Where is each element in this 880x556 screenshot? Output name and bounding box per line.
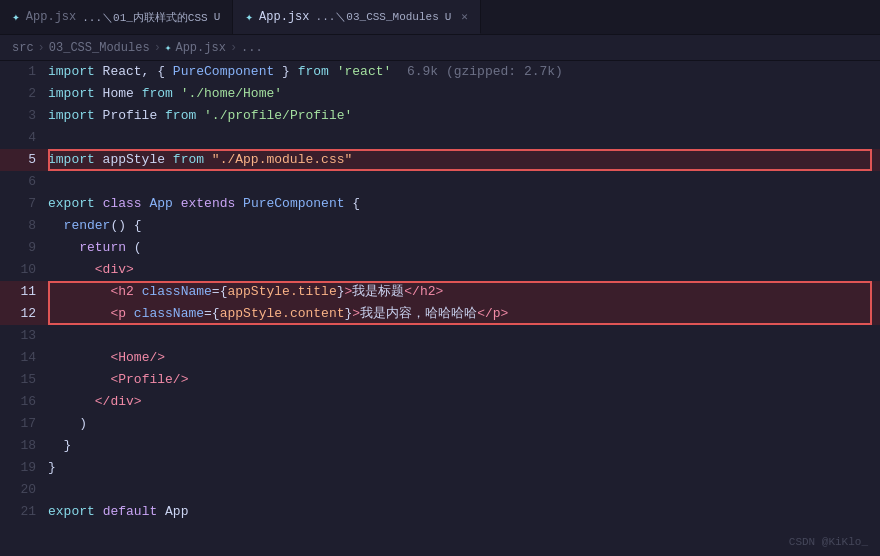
code-lines: 1 import React, { PureComponent } from '… — [0, 61, 880, 523]
line-num-17: 17 — [0, 413, 48, 435]
breadcrumb-sep-2: › — [154, 41, 161, 55]
tab-path-2: ...＼03_CSS_Modules — [316, 9, 439, 24]
tab-label-2: App.jsx — [259, 10, 309, 24]
tab-modified-2: U — [445, 11, 452, 23]
line-num-5: 5 — [0, 149, 48, 171]
line-num-11: 11 — [0, 281, 48, 303]
line-16: 16 </div> — [0, 391, 880, 413]
line-content-21: export default App — [48, 501, 188, 523]
line-num-21: 21 — [0, 501, 48, 523]
line-num-19: 19 — [0, 457, 48, 479]
line-content-5: import appStyle from "./App.module.css" — [48, 149, 352, 171]
watermark: CSDN @KiKlo_ — [789, 536, 868, 548]
line-8: 8 render() { — [0, 215, 880, 237]
line-7: 7 export class App extends PureComponent… — [0, 193, 880, 215]
line-content-10: <div> — [48, 259, 134, 281]
tab-app-jsx-modules[interactable]: ✦ App.jsx ...＼03_CSS_Modules U ✕ — [233, 0, 481, 34]
tab-label-1: App.jsx — [26, 10, 76, 24]
tab-bar: ✦ App.jsx ...＼01_内联样式的CSS U ✦ App.jsx ..… — [0, 0, 880, 35]
line-content-8: render() { — [48, 215, 142, 237]
line-content-2: import Home from './home/Home' — [48, 83, 282, 105]
line-5: 5 import appStyle from "./App.module.css… — [0, 149, 880, 171]
line-content-4 — [48, 127, 56, 149]
editor-wrapper: 1 import React, { PureComponent } from '… — [0, 61, 880, 556]
line-content-9: return ( — [48, 237, 142, 259]
react-icon-1: ✦ — [12, 9, 20, 25]
breadcrumb-part-ellipsis: ... — [241, 41, 263, 55]
line-num-20: 20 — [0, 479, 48, 501]
line-content-19: } — [48, 457, 56, 479]
line-num-4: 4 — [0, 127, 48, 149]
line-content-3: import Profile from './profile/Profile' — [48, 105, 352, 127]
breadcrumb-part-src: src — [12, 41, 34, 55]
line-11: 11 <h2 className={appStyle.title}>我是标题</… — [0, 281, 880, 303]
line-content-13 — [48, 325, 56, 347]
tab-app-jsx-css[interactable]: ✦ App.jsx ...＼01_内联样式的CSS U — [0, 0, 233, 34]
line-6: 6 — [0, 171, 880, 193]
line-content-14: <Home/> — [48, 347, 165, 369]
tab-close-button[interactable]: ✕ — [461, 10, 468, 23]
breadcrumb-sep-3: › — [230, 41, 237, 55]
line-19: 19 } — [0, 457, 880, 479]
line-content-17: ) — [48, 413, 87, 435]
breadcrumb-part-folder: 03_CSS_Modules — [49, 41, 150, 55]
line-content-15: <Profile/> — [48, 369, 188, 391]
line-num-14: 14 — [0, 347, 48, 369]
line-num-12: 12 — [0, 303, 48, 325]
line-4: 4 — [0, 127, 880, 149]
line-10: 10 <div> — [0, 259, 880, 281]
line-3: 3 import Profile from './profile/Profile… — [0, 105, 880, 127]
line-13: 13 — [0, 325, 880, 347]
line-num-9: 9 — [0, 237, 48, 259]
line-num-18: 18 — [0, 435, 48, 457]
line-content-1: import React, { PureComponent } from 're… — [48, 61, 563, 83]
line-9: 9 return ( — [0, 237, 880, 259]
line-14: 14 <Home/> — [0, 347, 880, 369]
line-num-13: 13 — [0, 325, 48, 347]
breadcrumb: src › 03_CSS_Modules › ✦ App.jsx › ... — [0, 35, 880, 61]
line-21: 21 export default App — [0, 501, 880, 523]
line-num-15: 15 — [0, 369, 48, 391]
line-num-6: 6 — [0, 171, 48, 193]
tab-path-1: ...＼01_内联样式的CSS — [82, 10, 207, 25]
breadcrumb-sep-1: › — [38, 41, 45, 55]
line-num-7: 7 — [0, 193, 48, 215]
breadcrumb-react-icon: ✦ — [165, 41, 172, 54]
line-12: 12 <p className={appStyle.content}>我是内容，… — [0, 303, 880, 325]
line-15: 15 <Profile/> — [0, 369, 880, 391]
breadcrumb-part-file: App.jsx — [175, 41, 225, 55]
line-num-10: 10 — [0, 259, 48, 281]
line-num-16: 16 — [0, 391, 48, 413]
line-content-11: <h2 className={appStyle.title}>我是标题</h2> — [48, 281, 443, 303]
line-num-3: 3 — [0, 105, 48, 127]
line-content-6 — [48, 171, 56, 193]
react-icon-2: ✦ — [245, 9, 253, 25]
line-content-16: </div> — [48, 391, 142, 413]
tab-modified-1: U — [214, 11, 221, 23]
line-17: 17 ) — [0, 413, 880, 435]
line-content-7: export class App extends PureComponent { — [48, 193, 360, 215]
line-1: 1 import React, { PureComponent } from '… — [0, 61, 880, 83]
editor: 1 import React, { PureComponent } from '… — [0, 61, 880, 556]
line-num-1: 1 — [0, 61, 48, 83]
line-content-12: <p className={appStyle.content}>我是内容，哈哈哈… — [48, 303, 508, 325]
line-20: 20 — [0, 479, 880, 501]
line-18: 18 } — [0, 435, 880, 457]
line-num-2: 2 — [0, 83, 48, 105]
line-content-20 — [48, 479, 56, 501]
line-num-8: 8 — [0, 215, 48, 237]
line-2: 2 import Home from './home/Home' — [0, 83, 880, 105]
line-content-18: } — [48, 435, 71, 457]
